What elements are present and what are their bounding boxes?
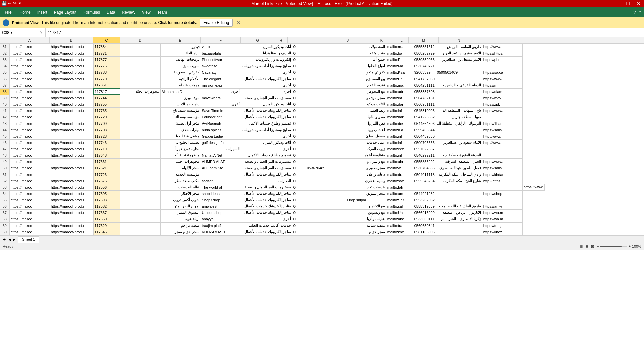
cell[interactable] bbox=[306, 197, 346, 203]
cell[interactable] bbox=[306, 50, 346, 56]
cell[interactable]: https://maroof-prod.r bbox=[50, 88, 93, 95]
cell[interactable]: ديار حجر الاحسا bbox=[160, 101, 201, 107]
cell[interactable] bbox=[436, 190, 482, 197]
cell[interactable]: 117817 bbox=[93, 88, 120, 95]
cell[interactable]: https://wa.m bbox=[482, 216, 522, 222]
cell[interactable]: mailto:nar bbox=[386, 114, 413, 120]
cell[interactable] bbox=[120, 152, 160, 158]
cell[interactable]: 0555319339 bbox=[413, 203, 436, 209]
cell[interactable]: mailto:Un bbox=[386, 209, 413, 216]
cell[interactable]: 0544564506 bbox=[413, 120, 436, 127]
cell[interactable]: 117582 bbox=[93, 203, 120, 209]
cell[interactable]: 117575 bbox=[93, 178, 120, 184]
cell[interactable]: الدمام الفرعي - الرياض - bbox=[436, 82, 482, 88]
cell[interactable]: أثاث وديكور المنزل bbox=[241, 101, 292, 107]
cell[interactable]: Founder of t bbox=[201, 114, 241, 120]
customize-qa-icon[interactable]: ▼ bbox=[18, 1, 22, 5]
cell[interactable]: متاجر إلكترونيك خدمات الأعمال bbox=[241, 209, 292, 216]
cell[interactable] bbox=[120, 63, 160, 69]
cell[interactable] bbox=[120, 197, 160, 203]
cell[interactable] bbox=[482, 152, 522, 158]
cell[interactable]: https://maroof-prod.r bbox=[50, 120, 93, 127]
cell[interactable]: متاجر إلكترونيك خدمات الأعمال bbox=[241, 107, 292, 114]
cell[interactable] bbox=[306, 184, 346, 190]
cell[interactable]: 117648 bbox=[93, 152, 120, 158]
cell[interactable]: 117661 bbox=[93, 158, 120, 165]
cell[interactable]: اليرموك - الزلفي - منطقة الد bbox=[436, 120, 482, 127]
cell[interactable] bbox=[482, 63, 522, 69]
cell[interactable]: 0566915999 bbox=[413, 209, 436, 216]
cell[interactable]: https://maroc bbox=[9, 203, 50, 209]
cell[interactable] bbox=[120, 190, 160, 197]
cell[interactable]: Alkhathlan D bbox=[160, 88, 201, 95]
cell[interactable] bbox=[120, 184, 160, 190]
cell[interactable] bbox=[120, 127, 160, 133]
cell[interactable]: 0 bbox=[292, 63, 306, 69]
cell[interactable]: mailto:aba bbox=[386, 216, 413, 222]
cell[interactable]: mailto:inf bbox=[386, 152, 413, 158]
cell[interactable]: 0553262062 bbox=[413, 197, 436, 203]
cell[interactable]: mailto:Ksa bbox=[386, 69, 413, 76]
cell[interactable]: 0545310095 bbox=[413, 107, 436, 114]
cell[interactable]: 0 bbox=[292, 178, 306, 184]
cell[interactable]: 117746 bbox=[93, 139, 120, 146]
cell[interactable]: 117755 bbox=[93, 101, 120, 107]
cell[interactable]: منصة تراجم bbox=[160, 222, 201, 229]
cell[interactable]: https://maroc bbox=[9, 56, 50, 63]
cell[interactable]: أخرى bbox=[241, 82, 292, 88]
cell[interactable]: 0 bbox=[292, 82, 306, 88]
cell[interactable]: https://salla bbox=[482, 127, 522, 133]
cell[interactable]: مكتب سعد مطر bbox=[160, 178, 201, 184]
col-header-L[interactable]: L bbox=[395, 37, 409, 43]
cell[interactable]: https://maroof-prod.r bbox=[50, 69, 93, 76]
cell[interactable]: متاجر إلكترونيك خدمات الأعمال bbox=[241, 76, 292, 82]
cell[interactable]: http://www. bbox=[482, 44, 522, 50]
cell[interactable]: sadsaf bbox=[201, 178, 241, 184]
cell[interactable]: التسوق المميز bbox=[160, 209, 201, 216]
cell[interactable]: الخبر - المنطقة الشرقية - bbox=[436, 158, 482, 165]
cell[interactable]: 0 bbox=[292, 95, 306, 101]
cell[interactable]: 0 bbox=[292, 44, 306, 50]
cell[interactable]: 0533660111 bbox=[413, 216, 436, 222]
cell[interactable]: 0 bbox=[292, 88, 306, 95]
cell[interactable]: 0540292211 bbox=[413, 152, 436, 158]
cell[interactable]: طريق الملك عبدالله - المد - bbox=[436, 203, 482, 209]
cell[interactable] bbox=[306, 158, 346, 165]
cell[interactable] bbox=[120, 44, 160, 50]
cell[interactable] bbox=[436, 95, 482, 101]
cell[interactable]: تجارة قطع غيار أ bbox=[160, 146, 201, 152]
cell[interactable]: 0 bbox=[292, 229, 306, 235]
cell[interactable]: 0 bbox=[292, 216, 306, 222]
cell[interactable]: 117545 bbox=[93, 229, 120, 235]
insert-menu[interactable]: Insert bbox=[34, 7, 51, 17]
cell[interactable]: 0 bbox=[292, 190, 306, 197]
cell[interactable]: https://maroof-prod.r bbox=[50, 63, 93, 69]
cell[interactable]: https://maroof-prod.r bbox=[50, 197, 93, 203]
zoom-slider[interactable] bbox=[600, 246, 627, 247]
maximize-btn[interactable]: ❐ bbox=[623, 0, 633, 7]
cell[interactable] bbox=[50, 82, 93, 88]
cell[interactable]: وسيط عقاري bbox=[346, 178, 386, 184]
cell[interactable] bbox=[120, 76, 160, 82]
cell[interactable]: 117560 bbox=[93, 216, 120, 222]
team-menu[interactable]: Team bbox=[154, 7, 170, 17]
save-icon[interactable]: 💾 bbox=[1, 1, 7, 6]
cell[interactable]: 117709 bbox=[93, 120, 120, 127]
cell[interactable]: 117708 bbox=[93, 127, 120, 133]
cell[interactable]: فضل الله بن عبدالله الطري - bbox=[436, 165, 482, 171]
sheet-tab-1[interactable]: Sheet 1 bbox=[18, 236, 39, 243]
cell[interactable]: 0 bbox=[292, 76, 306, 82]
cell[interactable]: السيارات bbox=[201, 146, 241, 152]
cell[interactable]: 117861 bbox=[93, 82, 120, 88]
cell[interactable]: 117629 bbox=[93, 222, 120, 229]
cell[interactable]: 0553337808 bbox=[413, 88, 436, 95]
cell[interactable] bbox=[306, 82, 346, 88]
cell[interactable]: تسويق بالنيا bbox=[346, 114, 386, 120]
cell[interactable]: 117719 bbox=[93, 146, 120, 152]
cell[interactable]: 117726 bbox=[93, 171, 120, 178]
cell[interactable] bbox=[306, 216, 346, 222]
cell[interactable]: https://mov bbox=[482, 95, 522, 101]
cell[interactable] bbox=[306, 133, 346, 139]
cell[interactable]: عمل خدمات bbox=[346, 139, 386, 146]
cell[interactable]: https://maroof-prod.r bbox=[50, 165, 93, 171]
